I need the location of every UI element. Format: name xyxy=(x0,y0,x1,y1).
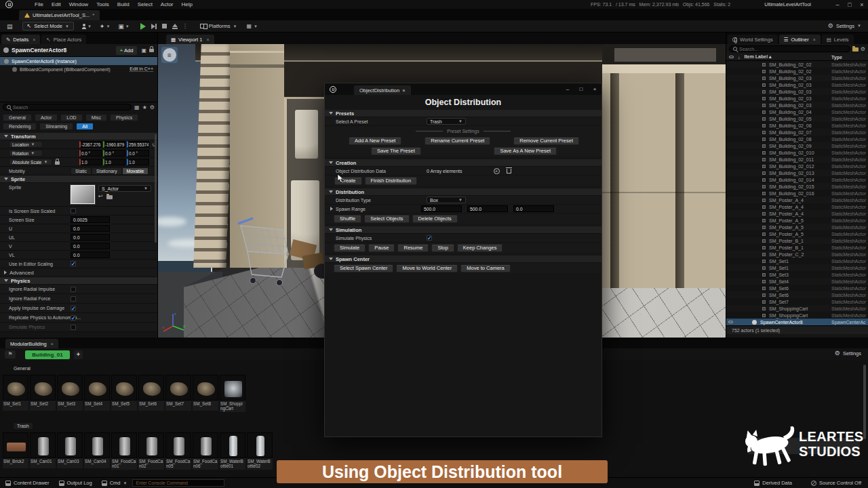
preset-dropdown[interactable]: Trash▼ xyxy=(427,118,466,125)
outliner-row[interactable]: SM_Building_02_04StaticMeshActor xyxy=(726,108,868,115)
asset-tile[interactable]: SM_Set5 xyxy=(111,375,137,411)
checkbox[interactable]: ✓ xyxy=(71,261,76,266)
asset-tile[interactable]: SM_FoodCan02 xyxy=(138,432,164,470)
asset-tile[interactable]: SM_Set3 xyxy=(57,375,83,411)
platforms-dropdown[interactable]: Platforms▼ xyxy=(200,23,237,29)
snap-grid-dropdown[interactable]: ▦▼ xyxy=(246,23,258,29)
button-add-a-new-preset[interactable]: Add A New Preset xyxy=(349,137,401,145)
asset-tile[interactable]: SM_FoodCan06 xyxy=(193,432,218,470)
add-actor-icon[interactable]: ▼ xyxy=(82,24,92,29)
lock-icon[interactable] xyxy=(55,161,60,165)
outliner-row[interactable]: SM_Building_02_09StaticMeshActor xyxy=(726,142,868,149)
menu-item-actor[interactable]: Actor xyxy=(157,1,178,7)
range-field[interactable]: 500.0 xyxy=(467,205,508,212)
filter-icon[interactable]: ⚑ xyxy=(5,350,16,359)
details-settings-icon[interactable]: ⚙ xyxy=(150,104,155,110)
advanced-row[interactable]: Advanced xyxy=(0,268,157,277)
distribution-type-dropdown[interactable]: Box▼ xyxy=(427,197,466,203)
section-transform[interactable]: Transform xyxy=(0,133,157,140)
viewport-menu-button[interactable]: ≡ xyxy=(161,47,178,63)
value-field[interactable]: 0.0 xyxy=(71,225,110,232)
outliner-row[interactable]: SM_Building_02_05StaticMeshActor xyxy=(726,115,868,122)
outliner-row[interactable]: SM_Building_02_02StaticMeshActor xyxy=(726,68,868,75)
value-field[interactable]: 0.0 xyxy=(71,251,110,258)
menu-item-build[interactable]: Build xyxy=(113,1,134,7)
filter-chip-physics[interactable]: Physics xyxy=(110,114,138,121)
axis-field[interactable]: -1960.879 xyxy=(103,141,125,148)
tab-modular-building[interactable]: ModularBuilding× xyxy=(5,339,58,348)
outliner-row[interactable]: SM_Building_02_016StaticMeshActor xyxy=(726,190,868,197)
menu-item-select[interactable]: Select xyxy=(134,1,157,7)
dialog-close-button[interactable]: × xyxy=(588,86,601,92)
filter-chip-rendering[interactable]: Rendering xyxy=(3,123,37,130)
filter-chip-misc[interactable]: Misc xyxy=(85,114,107,121)
outliner-row[interactable]: SM_Building_02_010StaticMeshActor xyxy=(726,149,868,156)
outliner-row[interactable]: SM_Building_02_08StaticMeshActor xyxy=(726,136,868,142)
outliner-row[interactable]: SM_Poster_A_5StaticMeshActor xyxy=(726,230,868,237)
dialog-minimize-button[interactable]: – xyxy=(561,86,574,92)
dialog-tab[interactable]: ObjectDistribution× xyxy=(354,85,411,95)
outliner-column-header[interactable]: ↓ Item Label ▴ Type xyxy=(726,54,868,61)
button-keep-changes[interactable]: Keep Changes xyxy=(457,244,503,252)
outliner-row[interactable]: SM_Building_02_02StaticMeshActor xyxy=(726,61,868,68)
output-log-button[interactable]: Output Log xyxy=(59,480,92,486)
tree-row-actor[interactable]: SpawnCenterActor8 (Instance) xyxy=(0,57,157,65)
settings-dropdown[interactable]: ⚙ Settings▼ xyxy=(828,22,861,29)
outliner-row[interactable]: SM_Poster_B_1StaticMeshActor xyxy=(726,237,868,244)
outliner-row[interactable]: SM_Set6StaticMeshActor xyxy=(726,285,868,291)
clear-array-icon[interactable] xyxy=(507,169,511,174)
absolute scale-dropdown[interactable]: Absolute Scale ▼ xyxy=(9,159,52,165)
asset-tile[interactable]: SM_Can03 xyxy=(57,432,83,468)
section-physics[interactable]: Physics xyxy=(0,277,157,285)
outliner-row[interactable]: SM_Set1StaticMeshActor xyxy=(726,264,868,271)
checkbox[interactable]: ✓ xyxy=(71,306,76,311)
dialog-section-creation[interactable]: Creation xyxy=(325,159,601,167)
asset-tile[interactable]: SM_Set6 xyxy=(138,375,164,411)
outliner-row[interactable]: SM_Poster_B_1StaticMeshActor xyxy=(726,244,868,251)
section-label-trash[interactable]: Trash xyxy=(14,423,33,429)
range-field[interactable]: 500.0 xyxy=(421,205,462,212)
button-select-objects[interactable]: Select Objects xyxy=(364,215,409,223)
range-field[interactable]: 0.0 xyxy=(513,205,554,212)
menu-item-file[interactable]: File xyxy=(31,1,47,7)
content-drawer-button[interactable]: Content Drawer xyxy=(5,480,50,486)
simulate-physics-checkbox[interactable]: ✓ xyxy=(427,235,432,241)
eject-button[interactable] xyxy=(172,24,178,29)
outliner-row[interactable]: SM_Set4StaticMeshActor xyxy=(726,278,868,285)
outliner-row[interactable]: SM_Building_02_014StaticMeshActor xyxy=(726,176,868,183)
stop-button[interactable] xyxy=(162,24,167,28)
outliner-row[interactable]: SM_Set6StaticMeshActor xyxy=(726,291,868,298)
button-resume[interactable]: Resume xyxy=(397,244,429,252)
tab-place-actors[interactable]: ↖Place Actors xyxy=(41,35,86,44)
sprite-thumbnail[interactable] xyxy=(71,185,95,204)
section-label-general[interactable]: General xyxy=(14,366,31,371)
add-component-button[interactable]: +Add xyxy=(116,46,138,55)
dialog-titlebar[interactable]: u ObjectDistribution× – □ × xyxy=(325,83,601,95)
dialog-section-presets[interactable]: Presets xyxy=(325,110,601,117)
button-remove-current-preset[interactable]: Remove Current Preset xyxy=(513,137,579,145)
button-rename-current-preset[interactable]: Rename Current Preset xyxy=(425,137,490,145)
outliner-row[interactable]: SM_Building_02_015StaticMeshActor xyxy=(726,183,868,190)
new-folder-icon[interactable] xyxy=(852,47,859,52)
save-icon[interactable]: ▤ xyxy=(7,23,13,30)
outliner-row[interactable]: SM_Poster_A_4StaticMeshActor xyxy=(726,210,868,217)
button-save-the-preset[interactable]: Save The Preset xyxy=(371,147,421,155)
derived-data-button[interactable]: Derived Data xyxy=(754,480,792,486)
button-save-as-a-new-preset[interactable]: Save As A New Preset xyxy=(494,147,557,155)
axis-field[interactable]: 0.0 ° xyxy=(79,150,102,157)
checkbox[interactable] xyxy=(71,208,76,214)
expander-icon[interactable] xyxy=(330,207,333,211)
details-search-input[interactable]: Search xyxy=(3,104,132,110)
outliner-row-selected[interactable]: SpawnCenterActor8SpawnCenterAc xyxy=(726,319,868,325)
tab-world-settings[interactable]: World Settings xyxy=(728,35,778,44)
add-preset-button[interactable]: + xyxy=(74,350,83,359)
checkbox[interactable]: ✓ xyxy=(71,315,76,321)
asset-tile[interactable]: SM_Set4 xyxy=(84,375,110,411)
checkbox[interactable] xyxy=(71,296,76,302)
cinematics-icon[interactable]: ▣▼ xyxy=(118,23,129,30)
maximize-button[interactable]: □ xyxy=(844,1,856,8)
outliner-row[interactable]: SM_Poster_A_4StaticMeshActor xyxy=(726,197,868,203)
select-mode-dropdown[interactable]: ↖Select Mode▼ xyxy=(22,22,74,30)
asset-tile[interactable]: SM_Can01 xyxy=(30,432,56,468)
filter-chip-actor[interactable]: Actor xyxy=(35,114,58,121)
